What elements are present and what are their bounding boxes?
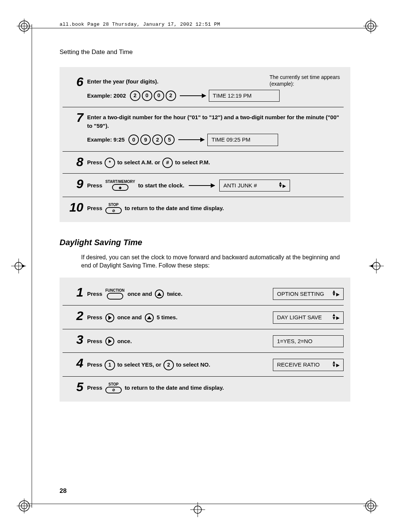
arrow-icon [180,95,206,96]
step-9: 9 Press START/MEMORY ◈ to start the cloc… [63,174,344,197]
step-dst-2: 2 Press once and 5 times. DAY LIGHT SAVE… [63,305,344,329]
keypad-key: 2 [130,91,140,101]
display-readout: RECEIVE RATIO▲▼▶ [273,359,344,371]
section-title: Daylight Saving Time [60,238,350,247]
keypad-key: 0 [142,91,152,101]
registration-mark-icon [190,502,205,517]
keypad-key: 9 [140,134,151,145]
step-number: 4 [63,357,83,369]
step-dst-3: 3 Press once. 1=YES, 2=NO [63,329,344,353]
up-arrow-key [155,289,164,298]
stop-key: STOP ⊘ [105,383,122,393]
example-label: Example: 9:25 [87,136,125,144]
keypad-key: 0 [128,134,139,145]
keypad-key: 1 [105,360,115,370]
steps-block-1: 6 Enter the year (four digits). The curr… [60,67,350,222]
arrow-icon [178,139,204,140]
step-6: 6 Enter the year (four digits). The curr… [63,72,344,107]
crop-line-left [32,24,32,508]
display-readout: 1=YES, 2=NO [273,335,344,348]
step-text: to select A.M. or [117,158,160,167]
step-text: Press [87,158,102,167]
step-number: 5 [63,380,83,393]
svg-marker-19 [22,265,25,267]
step-number: 10 [57,201,83,213]
display-readout: DAY LIGHT SAVE▲▼▶ [273,311,344,324]
step-text: to select YES, or [117,361,161,369]
registration-mark-icon [363,19,378,34]
keypad-star-key: * [105,158,115,168]
step-number: 6 [63,75,83,88]
step-text: to return to the date and time display. [125,384,224,392]
document-meta: all.book Page 28 Thursday, January 17, 2… [60,22,220,27]
display-readout: TIME 12:19 PM [209,90,280,102]
up-arrow-key [145,313,154,322]
step-text: Press [87,313,102,322]
step-text: to return to the date and time display. [125,204,224,213]
step-text: to select P.M. [175,158,210,167]
arrow-icon [189,185,215,186]
registration-mark-icon [17,498,32,513]
display-readout: ANTI JUNK #▲▼▶ [219,180,290,192]
step-7: 7 Enter a two-digit number for the hour … [63,107,344,152]
keypad-key: 2 [163,360,174,370]
step-number: 1 [63,286,83,298]
page-number: 28 [60,487,67,495]
key-label: STOP [108,383,118,386]
step-number: 3 [63,333,83,346]
step-text: Press [87,384,102,392]
page-content: Setting the Date and Time 6 Enter the ye… [60,48,350,402]
step-10: 10 Press STOP ⊘ to return to the date an… [63,197,344,215]
keypad-key: 2 [166,91,176,101]
svg-marker-23 [370,265,373,267]
key-label: FUNCTION [105,289,125,292]
step-text: Press [87,337,102,346]
display-readout: TIME 09:25 PM [207,134,278,146]
registration-mark-icon [363,498,378,513]
step-text: once and [117,313,142,322]
step-note: The currently set time appears (example)… [270,74,342,87]
section-body: If desired, you can set the clock to mov… [81,253,350,270]
registration-mark-icon [17,19,32,34]
step-text: Press [87,181,102,190]
stop-key: STOP ⊘ [105,203,122,214]
step-text: Enter a two-digit number for the hour ("… [87,113,344,130]
step-text: Enter the year (four digits). [87,77,159,86]
step-text: 5 times. [157,313,178,322]
keypad-hash-key: # [162,158,173,168]
step-text: Press [87,204,102,213]
step-text: twice. [167,290,182,298]
step-text: once and [128,290,152,298]
step-text: to select NO. [176,361,210,369]
step-text: once. [117,337,132,346]
registration-mark-icon [11,259,26,273]
example-label: Example: 2002 [87,92,126,100]
start-memory-key: START/MEMORY ◈ [105,180,135,191]
step-8: 8 Press * to select A.M. or # to select … [63,152,344,174]
step-number: 7 [63,111,83,124]
key-label: STOP [108,203,118,207]
step-number: 8 [63,155,83,168]
right-arrow-key [105,337,114,346]
keypad-key: 5 [164,134,175,145]
right-arrow-key [105,313,114,322]
step-text: to start the clock. [138,181,184,190]
step-dst-4: 4 Press 1 to select YES, or 2 to select … [63,353,344,377]
registration-mark-icon [369,259,384,273]
page-title: Setting the Date and Time [60,48,350,56]
steps-block-2: 1 Press FUNCTION once and twice. OPTION … [60,278,350,402]
keypad-key: 0 [154,91,164,101]
step-number: 2 [63,309,83,322]
display-readout: OPTION SETTING▲▼▶ [273,288,344,300]
function-key: FUNCTION [105,289,125,300]
step-number: 9 [63,177,83,190]
keypad-key: 2 [152,134,163,145]
step-dst-5: 5 Press STOP ⊘ to return to the date and… [63,377,344,395]
step-text: Press [87,361,102,369]
key-label: START/MEMORY [105,180,135,184]
crop-line-top [26,28,369,28]
step-dst-1: 1 Press FUNCTION once and twice. OPTION … [63,282,344,306]
step-text: Press [87,290,102,298]
